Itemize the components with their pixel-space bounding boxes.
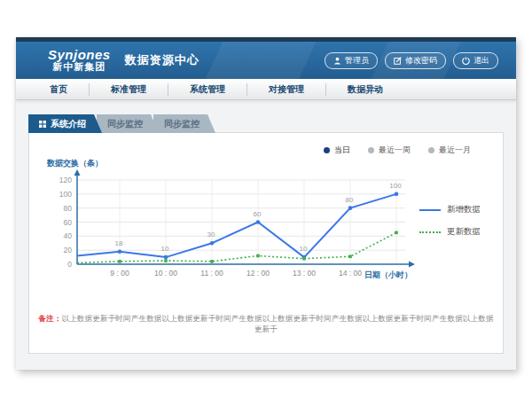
filter-last-week-label: 最近一周 <box>379 145 411 156</box>
nav-item-data-change[interactable]: 数据异动 <box>326 83 404 96</box>
edit-icon <box>394 57 402 65</box>
admin-user-button[interactable]: 管理员 <box>325 52 378 69</box>
svg-text:100: 100 <box>59 190 72 199</box>
logo-text-en: Synjones <box>48 48 111 62</box>
user-icon <box>333 57 341 65</box>
radio-dot-icon <box>428 147 434 153</box>
svg-text:18: 18 <box>115 239 123 247</box>
footer-note-text: 以上数据更新于时间产生数据以上数据更新于时间产生数据以上数据更新于时间产生数据以… <box>61 314 493 333</box>
logout-label: 退出 <box>473 55 489 66</box>
filter-last-month[interactable]: 最近一月 <box>428 144 471 156</box>
svg-text:13 : 00: 13 : 00 <box>293 269 316 278</box>
svg-text:14 : 00: 14 : 00 <box>339 269 362 278</box>
change-password-label: 修改密码 <box>405 55 437 66</box>
time-range-filters: 当日 最近一周 最近一月 <box>38 140 494 156</box>
svg-text:100: 100 <box>389 182 402 190</box>
svg-text:120: 120 <box>59 176 72 184</box>
legend-item-updated-data: 更新数据 <box>419 226 494 238</box>
tab-bar: 系统介绍 同步监控 同步监控 <box>28 114 504 133</box>
dotted-line-swatch-icon <box>419 231 441 233</box>
radio-dot-icon <box>324 147 330 153</box>
filter-today-label: 当日 <box>334 145 350 156</box>
nav-item-interface-mgmt[interactable]: 对接管理 <box>247 83 326 96</box>
svg-text:0: 0 <box>67 260 72 269</box>
svg-text:60: 60 <box>254 210 262 218</box>
main-nav: 首页 标准管理 系统管理 对接管理 数据异动 <box>16 79 516 100</box>
logo: Synjones 新中新集团 <box>48 48 111 72</box>
line-chart: 0204060801001209 : 0010 : 0011 : 0012 : … <box>38 158 419 291</box>
page-title: 数据资源中心 <box>125 52 200 68</box>
tab-sync-monitor-1-label: 同步监控 <box>107 118 143 130</box>
app-header: Synjones 新中新集团 数据资源中心 管理员 修改密码 退出 <box>16 42 516 79</box>
logout-button[interactable]: 退出 <box>453 52 498 69</box>
svg-text:80: 80 <box>64 204 73 213</box>
filter-last-month-label: 最近一月 <box>439 145 471 156</box>
svg-text:10: 10 <box>161 245 169 253</box>
content-area: 系统介绍 同步监控 同步监控 当日 最近一周 <box>16 100 516 354</box>
change-password-button[interactable]: 修改密码 <box>385 52 446 69</box>
chart-row: 0204060801001209 : 0010 : 0011 : 0012 : … <box>38 158 494 291</box>
filter-last-week[interactable]: 最近一周 <box>368 144 411 156</box>
svg-text:80: 80 <box>346 196 354 204</box>
svg-text:9 : 00: 9 : 00 <box>110 269 129 278</box>
svg-text:30: 30 <box>207 231 215 239</box>
legend-new-data-label: 新增数据 <box>447 204 481 215</box>
chart-legend: 新增数据 更新数据 <box>419 158 494 238</box>
svg-text:20: 20 <box>64 246 73 254</box>
header-actions: 管理员 修改密码 退出 <box>325 52 498 69</box>
svg-text:日期（小时）: 日期（小时） <box>364 270 412 279</box>
nav-item-home[interactable]: 首页 <box>28 83 90 96</box>
logo-text-cn: 新中新集团 <box>48 62 111 73</box>
footer-note-label: 备注： <box>38 314 61 323</box>
nav-item-system-mgmt[interactable]: 系统管理 <box>168 83 247 96</box>
window-grid-icon <box>39 121 46 128</box>
svg-text:40: 40 <box>64 231 73 240</box>
tab-system-intro[interactable]: 系统介绍 <box>28 114 102 133</box>
svg-text:数据交换（条）: 数据交换（条） <box>46 159 103 168</box>
tab-sync-monitor-2[interactable]: 同步监控 <box>153 114 215 133</box>
solid-line-swatch-icon <box>419 209 441 211</box>
nav-item-standard-mgmt[interactable]: 标准管理 <box>90 83 168 96</box>
svg-text:11 : 00: 11 : 00 <box>200 269 223 278</box>
tab-sync-monitor-2-label: 同步监控 <box>164 118 200 130</box>
app-window: Synjones 新中新集团 数据资源中心 管理员 修改密码 退出 首页 标准管… <box>16 37 516 370</box>
legend-updated-data-label: 更新数据 <box>447 226 481 238</box>
filter-today[interactable]: 当日 <box>324 144 350 156</box>
footer-note: 备注：以上数据更新于时间产生数据以上数据更新于时间产生数据以上数据更新于时间产生… <box>38 314 494 335</box>
legend-item-new-data: 新增数据 <box>419 204 494 215</box>
svg-text:10 : 00: 10 : 00 <box>154 269 177 278</box>
tab-system-intro-label: 系统介绍 <box>51 118 86 130</box>
admin-user-label: 管理员 <box>345 55 369 66</box>
radio-dot-icon <box>368 147 374 153</box>
svg-text:12 : 00: 12 : 00 <box>246 269 270 278</box>
chart-card: 当日 最近一周 最近一月 0204060801001209 : 0010 : 0… <box>28 132 504 354</box>
tab-sync-monitor-1[interactable]: 同步监控 <box>97 114 159 133</box>
svg-text:10: 10 <box>300 245 308 253</box>
svg-text:60: 60 <box>64 218 73 227</box>
power-icon <box>462 57 470 65</box>
